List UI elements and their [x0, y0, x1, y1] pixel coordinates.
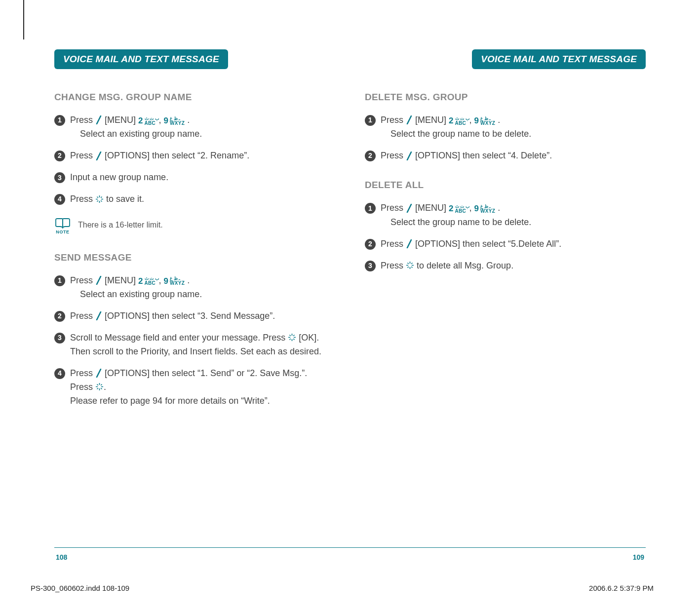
step-row: 1 Press [MENU] 2ب ت ثABC, 9ـ ظ غWXYZ . S…	[54, 114, 335, 141]
sep: ,	[159, 115, 164, 125]
step-indent-text: Select the group name to be delete.	[381, 127, 646, 141]
step-bullet-4: 4	[54, 368, 65, 379]
step-bullet-2: 2	[54, 151, 65, 161]
step-text: [MENU]	[105, 115, 138, 125]
key-9-icon: 9ـ ظ غWXYZ	[164, 115, 185, 127]
step-text: .	[187, 115, 190, 125]
step-row: 4 Press to save it.	[54, 192, 335, 206]
step-indent-text: Select an existing group name.	[70, 127, 335, 141]
step-text: [MENU]	[415, 115, 449, 125]
step-text: Press	[70, 115, 95, 125]
section-banner-left: VOICE MAIL AND TEXT MESSAGE	[54, 49, 335, 69]
softkey-icon	[406, 114, 413, 127]
crop-mark	[23, 0, 24, 39]
step-row: 2 Press [OPTIONS] then select “3. Send M…	[54, 309, 335, 323]
softkey-icon	[95, 150, 102, 163]
step-row: 1 Press [MENU] 2ب ت ثABC, 9ـ ظ غWXYZ . S…	[365, 201, 646, 229]
ok-key-icon	[288, 331, 296, 345]
key-9-icon: 9ـ ظ غWXYZ	[164, 275, 185, 288]
step-bullet-2: 2	[54, 311, 65, 322]
step-text: [OPTIONS] then select “4. Delete”.	[415, 151, 552, 160]
heading-change-group-name: CHANGE MSG. GROUP NAME	[54, 92, 335, 103]
note-block: NOTE There is a 16-letter limit.	[54, 218, 335, 232]
step-row: 2 Press [OPTIONS] then select “2. Rename…	[54, 149, 335, 163]
ok-key-icon	[95, 381, 104, 394]
step-bullet-1: 1	[54, 275, 65, 286]
softkey-icon	[95, 309, 102, 323]
step-row: 4 Press [OPTIONS] then select “1. Send” …	[54, 367, 335, 408]
step-text: Press	[70, 151, 95, 160]
print-slug-right: 2006.6.2 5:37:9 PM	[589, 584, 654, 592]
key-9-icon: 9ـ ظ غWXYZ	[474, 202, 496, 215]
step-text: Press	[70, 194, 95, 204]
step-text: [OPTIONS] then select “1. Send” or “2. S…	[105, 368, 307, 378]
step-text: Press	[381, 261, 406, 270]
step-row: 1 Press [MENU] 2ب ت ثABC, 9ـ ظ غWXYZ . S…	[365, 114, 646, 141]
heading-send-message: SEND MESSAGE	[54, 252, 335, 263]
key-2-icon: 2ب ت ثABC	[449, 202, 469, 215]
section-banner-right: VOICE MAIL AND TEXT MESSAGE	[365, 49, 646, 69]
step-text: Please refer to page 94 for more details…	[70, 396, 270, 406]
step-text: Input a new group name.	[70, 171, 335, 185]
heading-delete-group: DELETE MSG. GROUP	[365, 92, 646, 103]
step-text: to save it.	[106, 194, 144, 204]
banner-text: VOICE MAIL AND TEXT MESSAGE	[472, 49, 646, 69]
step-bullet-1: 1	[365, 115, 376, 126]
sep: ,	[469, 203, 474, 213]
step-bullet-2: 2	[365, 151, 376, 161]
note-label: NOTE	[54, 230, 71, 234]
step-text: .	[498, 115, 500, 125]
step-text: [MENU]	[105, 275, 138, 285]
softkey-icon	[406, 150, 413, 163]
step-text: Press	[70, 382, 95, 392]
step-text: [OPTIONS] then select “2. Rename”.	[105, 151, 249, 160]
step-bullet-2: 2	[365, 239, 376, 250]
step-bullet-1: 1	[365, 203, 376, 214]
step-text: Press	[381, 115, 406, 125]
step-text: Press	[70, 311, 95, 321]
sep: ,	[159, 275, 164, 285]
softkey-icon	[95, 274, 102, 288]
page-number-right: 109	[633, 553, 644, 561]
step-bullet-3: 3	[54, 333, 65, 344]
note-icon: NOTE	[54, 218, 71, 232]
step-row: 2 Press [OPTIONS] then select “4. Delete…	[365, 149, 646, 163]
step-bullet-4: 4	[54, 194, 65, 205]
step-row: 2 Press [OPTIONS] then select “5.Delete …	[365, 237, 646, 251]
step-row: 3 Scroll to Message field and enter your…	[54, 331, 335, 359]
step-text: to delete all Msg. Group.	[417, 261, 513, 270]
key-2-icon: 2ب ت ثABC	[138, 115, 158, 127]
step-row: 3 Input a new group name.	[54, 171, 335, 185]
step-text: Press	[381, 239, 406, 249]
note-text: There is a 16-letter limit.	[78, 221, 163, 230]
step-text: .	[104, 382, 106, 392]
softkey-icon	[406, 237, 413, 251]
step-text: [OPTIONS] then select “3. Send Message”.	[105, 311, 275, 321]
step-text: Scroll to Message field and enter your m…	[70, 333, 285, 343]
softkey-icon	[95, 114, 102, 127]
banner-text: VOICE MAIL AND TEXT MESSAGE	[54, 49, 228, 69]
page-number-left: 108	[56, 553, 67, 561]
step-text: Press	[381, 203, 406, 213]
step-indent-text: Select an existing group name.	[70, 288, 335, 302]
softkey-icon	[95, 367, 102, 381]
step-row: 1 Press [MENU] 2ب ت ثABC, 9ـ ظ غWXYZ . S…	[54, 274, 335, 302]
step-bullet-3: 3	[365, 261, 376, 271]
step-row: 3 Press to delete all Msg. Group.	[365, 259, 646, 273]
heading-delete-all: DELETE ALL	[365, 180, 646, 191]
key-2-icon: 2ب ت ثABC	[449, 115, 469, 127]
footer-rule	[54, 547, 646, 548]
step-bullet-1: 1	[54, 115, 65, 126]
step-indent-text: Select the group name to be delete.	[381, 216, 646, 230]
step-text: .	[187, 275, 190, 285]
step-text: Press	[70, 368, 95, 378]
step-text: [OPTIONS] then select “5.Delete All”.	[415, 239, 561, 249]
step-text: Press	[70, 275, 95, 285]
key-2-icon: 2ب ت ثABC	[138, 275, 158, 288]
print-slug-left: PS-300_060602.indd 108-109	[31, 584, 129, 592]
step-text: [MENU]	[415, 203, 449, 213]
sep: ,	[469, 115, 474, 125]
step-bullet-3: 3	[54, 172, 65, 183]
step-text: .	[498, 203, 500, 213]
key-9-icon: 9ـ ظ غWXYZ	[474, 115, 496, 127]
